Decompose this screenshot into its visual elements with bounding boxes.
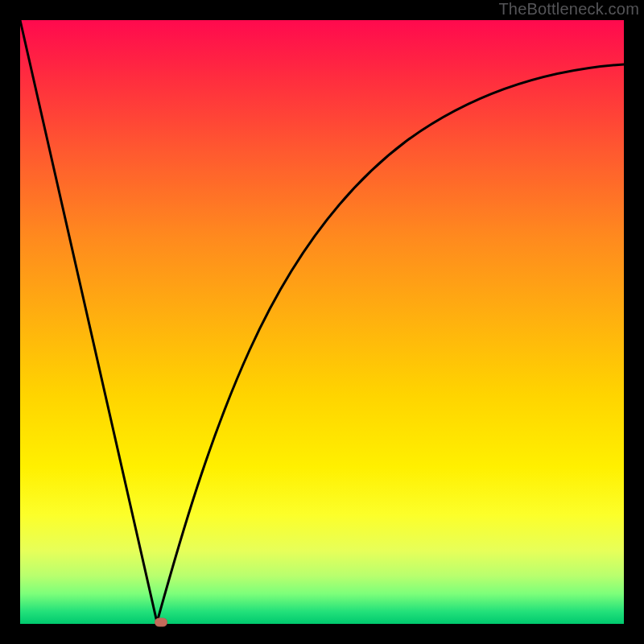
plot-area — [20, 20, 624, 624]
watermark-text: TheBottleneck.com — [498, 0, 639, 19]
bottleneck-curve — [20, 20, 624, 622]
chart-frame: TheBottleneck.com — [0, 0, 644, 644]
optimum-marker — [155, 618, 167, 627]
curve-svg — [20, 20, 624, 624]
